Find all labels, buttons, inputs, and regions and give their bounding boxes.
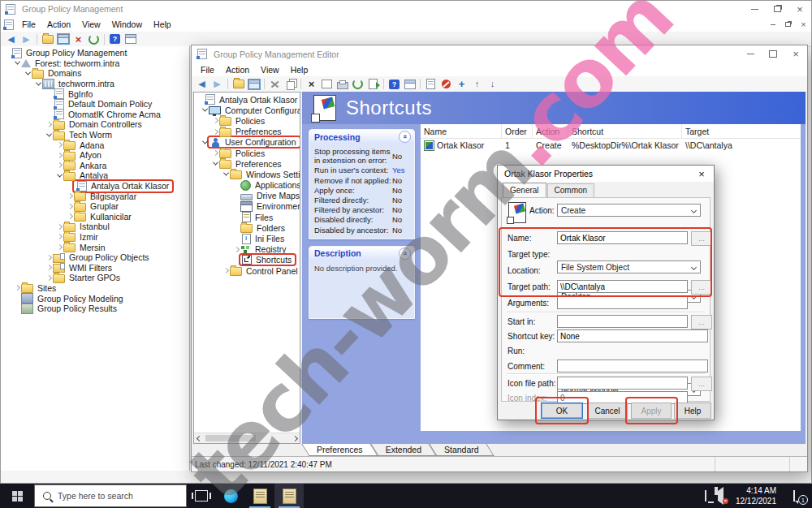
tree-item[interactable]: Ini Files [194,233,300,243]
chevron-down-icon[interactable] [45,133,53,137]
chevron-right-icon[interactable] [211,151,219,155]
tree-item[interactable]: Forest: techworm.intra [1,58,189,69]
tree-item[interactable]: Policies [194,115,300,126]
chevron-down-icon[interactable] [211,161,219,166]
shortcut-key-input[interactable] [557,329,708,342]
tree-item[interactable]: Control Panel Settings [194,265,300,276]
tree-item[interactable]: Adana [1,140,189,150]
chevron-right-icon[interactable] [55,143,63,147]
tree-item[interactable]: Group Policy Modeling [1,293,189,304]
start-in-browse-button[interactable]: ... [691,315,712,329]
gpm-taskbar-button[interactable] [245,484,274,508]
cut-icon[interactable] [268,78,282,90]
add-icon[interactable]: + [455,78,469,90]
refresh-icon[interactable] [87,33,101,45]
delete-icon[interactable]: × [71,33,85,45]
back-icon[interactable]: ◀ [4,33,18,45]
start-in-input[interactable] [557,315,688,328]
chevron-right-icon[interactable] [66,194,74,198]
tab-common[interactable]: Common [547,183,595,198]
editor-maximize-button[interactable] [762,45,784,62]
chevron-right-icon[interactable] [66,204,74,209]
tree-item[interactable]: Sites [1,283,189,294]
start-button[interactable] [0,484,34,508]
icon-browse-button[interactable]: ... [691,377,712,391]
edge-button[interactable] [216,484,245,508]
chevron-right-icon[interactable] [55,225,63,229]
tree-item[interactable]: Domains [1,68,189,79]
scroll-right-arrow-icon[interactable] [290,433,300,443]
tree-item[interactable]: Group Policy Objects [1,252,189,263]
chevron-right-icon[interactable] [55,153,63,157]
tab-extended[interactable]: Extended [374,444,433,456]
column-header-order[interactable]: Order [502,124,533,138]
new-window-icon[interactable] [403,78,417,90]
taskbar-clock[interactable]: 4:14 AM 12/12/2021 [736,485,776,506]
editor-minimize-button[interactable] [739,45,762,62]
editor-menu-action[interactable]: Action [220,65,255,75]
tab-standard[interactable]: Standard [433,444,490,456]
chevron-right-icon[interactable] [45,276,53,280]
refresh-icon[interactable] [351,78,365,90]
action-dropdown[interactable]: Create [557,204,701,217]
chevron-right-icon[interactable] [55,245,63,249]
column-header-target[interactable]: Target [682,124,801,138]
chevron-down-icon[interactable] [13,61,21,65]
tree-item[interactable]: Antalya Ortak Klasor [DC.TECHWORM.INTRA]… [194,94,300,105]
column-header-name[interactable]: Name [421,124,502,138]
gpme-taskbar-button[interactable] [274,484,304,508]
tree-item[interactable]: Starter GPOs [1,273,189,283]
chevron-right-icon[interactable] [232,248,240,252]
print-icon[interactable] [335,78,349,90]
help-icon[interactable]: ? [387,78,401,90]
maximize-button[interactable] [766,1,788,17]
tree-item[interactable]: Files [194,212,300,222]
tree-item-antalya-ortak-klasor[interactable]: Antalya Ortak Klasor [1,181,189,192]
icon-file-path-input[interactable] [557,377,688,390]
forward-icon[interactable]: ▶ [19,33,33,45]
show-console-tree-icon[interactable] [56,33,70,45]
chevron-down-icon[interactable] [222,172,230,176]
help-icon[interactable]: ? [108,33,122,45]
name-input[interactable] [557,231,688,244]
move-down-icon[interactable]: ↓ [486,78,499,90]
tree-item[interactable]: Environment [194,201,300,212]
comment-input[interactable] [557,359,708,372]
chevron-down-icon[interactable] [34,82,42,86]
chevron-right-icon[interactable] [211,118,219,123]
collapse-chevron-icon[interactable]: « [399,248,411,260]
menu-file[interactable]: File [16,19,41,29]
new-window-icon[interactable] [123,33,137,45]
chevron-right-icon[interactable] [45,265,53,269]
tab-preferences[interactable]: Preferences [305,444,374,456]
column-header-shortcut[interactable]: Shortcut [568,124,682,138]
column-header-action[interactable]: Action [533,124,568,138]
minimize-button[interactable] [743,1,766,17]
cancel-button[interactable]: Cancel [587,403,628,419]
dialog-close-icon[interactable]: × [689,168,714,180]
scrollbar-thumb[interactable] [205,435,256,441]
tree-item[interactable]: Windows Settings [194,169,300,179]
task-view-button[interactable] [187,484,216,508]
chevron-right-icon[interactable] [45,123,53,127]
editor-menu-help[interactable]: Help [285,65,314,75]
tree-item[interactable]: Tech Worm [1,130,189,140]
move-up-icon[interactable]: ↑ [470,78,484,90]
tree-item[interactable]: Kullanicilar [1,212,189,222]
menu-view[interactable]: View [76,19,106,29]
child-close-button[interactable]: × [796,17,811,32]
tree-item[interactable]: OtomatIK Chrome Acma [1,110,189,120]
menu-help[interactable]: Help [148,19,177,29]
list-view-icon[interactable] [320,78,334,90]
tree-item[interactable]: Computer Configuration [194,105,300,115]
chevron-down-icon[interactable] [201,108,209,112]
chevron-right-icon[interactable] [66,214,74,218]
tree-item[interactable]: techworm.intra [1,79,189,89]
chevron-down-icon[interactable] [55,174,63,178]
tree-item[interactable]: Mersin [1,242,189,252]
editor-close-button[interactable]: × [784,45,807,62]
up-level-folder-icon[interactable] [231,78,245,90]
tree-item[interactable]: Ankara [1,161,189,171]
preview-icon[interactable] [424,78,438,90]
network-tray-button[interactable] [705,491,706,501]
